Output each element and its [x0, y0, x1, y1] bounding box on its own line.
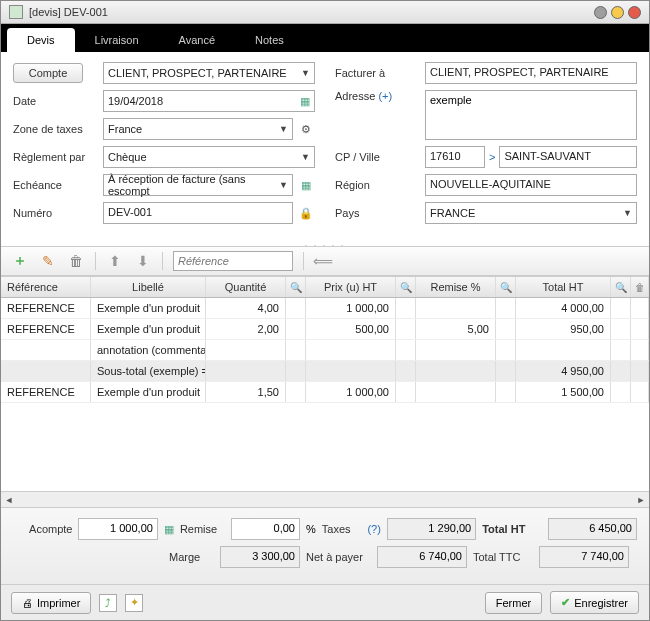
cell-total: 950,00: [516, 319, 611, 339]
col-quantite[interactable]: Quantité: [206, 277, 286, 297]
reglement-label: Règlement par: [13, 151, 103, 163]
col-delete[interactable]: 🗑: [631, 277, 649, 297]
cell-qte: [206, 340, 286, 360]
col-prix[interactable]: Prix (u) HT: [306, 277, 396, 297]
tools-icon[interactable]: ✦: [125, 594, 143, 612]
cell-ref: [1, 340, 91, 360]
adresse-add-link[interactable]: (+): [378, 90, 392, 102]
tab-notes[interactable]: Notes: [235, 28, 304, 52]
cell-remise: [416, 361, 496, 381]
marge-value: 3 300,00: [220, 546, 300, 568]
cell-ref: REFERENCE: [1, 319, 91, 339]
calculator-icon[interactable]: ▦: [164, 523, 174, 536]
back-icon[interactable]: ⟸: [314, 252, 332, 270]
ville-input[interactable]: SAINT-SAUVANT: [499, 146, 637, 168]
cp-input[interactable]: 17610: [425, 146, 485, 168]
cell-libelle: Sous-total (exemple) =: [91, 361, 206, 381]
col-prix-search[interactable]: 🔍: [396, 277, 416, 297]
horizontal-scrollbar[interactable]: ◄ ►: [1, 491, 649, 507]
pays-select[interactable]: FRANCE▼: [425, 202, 637, 224]
col-remise[interactable]: Remise %: [416, 277, 496, 297]
reference-search-input[interactable]: [173, 251, 293, 271]
tab-avance[interactable]: Avancé: [159, 28, 236, 52]
cell-prix: [306, 361, 396, 381]
cell-total: [516, 340, 611, 360]
cp-lookup-icon[interactable]: >: [485, 151, 499, 163]
chevron-down-icon: ▼: [301, 152, 310, 162]
cell-ref: REFERENCE: [1, 382, 91, 402]
col-qte-search[interactable]: 🔍: [286, 277, 306, 297]
echeance-label: Echéance: [13, 179, 103, 191]
chevron-down-icon: ▼: [279, 124, 288, 134]
cell-remise: [416, 340, 496, 360]
cell-ref: [1, 361, 91, 381]
calendar-icon[interactable]: ▦: [297, 176, 315, 194]
left-column: Compte CLIENT, PROSPECT, PARTENAIRE▼ Dat…: [13, 62, 315, 230]
zone-label: Zone de taxes: [13, 123, 103, 135]
cell-libelle: annotation (commentaire) libr...: [91, 340, 206, 360]
table-row[interactable]: REFERENCEExemple d'un produit1,501 000,0…: [1, 382, 649, 403]
table-row[interactable]: annotation (commentaire) libr...: [1, 340, 649, 361]
col-remise-search[interactable]: 🔍: [496, 277, 516, 297]
cell-total: 4 950,00: [516, 361, 611, 381]
table-row[interactable]: REFERENCEExemple d'un produit4,001 000,0…: [1, 298, 649, 319]
save-button[interactable]: ✔Enregistrer: [550, 591, 639, 614]
facturer-label: Facturer à: [335, 67, 425, 79]
gear-icon[interactable]: ⚙: [297, 120, 315, 138]
scroll-right-icon[interactable]: ►: [633, 495, 649, 505]
lock-icon[interactable]: 🔒: [297, 204, 315, 222]
date-input[interactable]: 19/04/2018▦: [103, 90, 315, 112]
col-total[interactable]: Total HT: [516, 277, 611, 297]
tab-devis[interactable]: Devis: [7, 28, 75, 52]
chevron-down-icon: ▼: [279, 180, 288, 190]
remise-label: Remise: [180, 523, 225, 535]
edit-icon[interactable]: ✎: [39, 252, 57, 270]
table-row[interactable]: Sous-total (exemple) =4 950,00: [1, 361, 649, 382]
close-icon[interactable]: [628, 6, 641, 19]
col-libelle[interactable]: Libellé: [91, 277, 206, 297]
maximize-icon[interactable]: [611, 6, 624, 19]
window-title: [devis] DEV-001: [29, 6, 590, 18]
delete-icon: 🗑: [635, 282, 645, 293]
search-icon: 🔍: [615, 282, 627, 293]
add-icon[interactable]: ＋: [11, 252, 29, 270]
cell-prix: 500,00: [306, 319, 396, 339]
tab-livraison[interactable]: Livraison: [75, 28, 159, 52]
line-toolbar: ＋ ✎ 🗑 ⬆ ⬇ ⟸: [1, 246, 649, 276]
compte-select[interactable]: CLIENT, PROSPECT, PARTENAIRE▼: [103, 62, 315, 84]
date-label: Date: [13, 95, 103, 107]
numero-label: Numéro: [13, 207, 103, 219]
move-down-icon[interactable]: ⬇: [134, 252, 152, 270]
echeance-select[interactable]: À réception de facture (sans escompt▼: [103, 174, 293, 196]
adresse-input[interactable]: exemple: [425, 90, 637, 140]
compte-button[interactable]: Compte: [13, 63, 83, 83]
cell-ref: REFERENCE: [1, 298, 91, 318]
move-up-icon[interactable]: ⬆: [106, 252, 124, 270]
calendar-icon[interactable]: ▦: [300, 95, 310, 108]
table-row[interactable]: REFERENCEExemple d'un produit2,00500,005…: [1, 319, 649, 340]
zone-select[interactable]: France▼: [103, 118, 293, 140]
remise-input[interactable]: 0,00: [231, 518, 300, 540]
adresse-label: Adresse (+): [335, 90, 425, 102]
close-button[interactable]: Fermer: [485, 592, 542, 614]
col-total-search[interactable]: 🔍: [611, 277, 631, 297]
scroll-left-icon[interactable]: ◄: [1, 495, 17, 505]
minimize-icon[interactable]: [594, 6, 607, 19]
print-button[interactable]: 🖨Imprimer: [11, 592, 91, 614]
cell-qte: [206, 361, 286, 381]
region-input[interactable]: NOUVELLE-AQUITAINE: [425, 174, 637, 196]
netapayer-label: Net à payer: [306, 551, 371, 563]
cell-prix: 1 000,00: [306, 298, 396, 318]
delete-icon[interactable]: 🗑: [67, 252, 85, 270]
taxes-help-link[interactable]: (?): [367, 523, 380, 535]
pays-label: Pays: [335, 207, 425, 219]
export-icon[interactable]: ⤴: [99, 594, 117, 612]
numero-input[interactable]: DEV-001: [103, 202, 293, 224]
check-icon: ✔: [561, 596, 570, 609]
col-reference[interactable]: Référence: [1, 277, 91, 297]
reglement-select[interactable]: Chèque▼: [103, 146, 315, 168]
facturer-input[interactable]: CLIENT, PROSPECT, PARTENAIRE: [425, 62, 637, 84]
cell-qte: 1,50: [206, 382, 286, 402]
acompte-input[interactable]: 1 000,00: [78, 518, 157, 540]
right-column: Facturer à CLIENT, PROSPECT, PARTENAIRE …: [335, 62, 637, 230]
